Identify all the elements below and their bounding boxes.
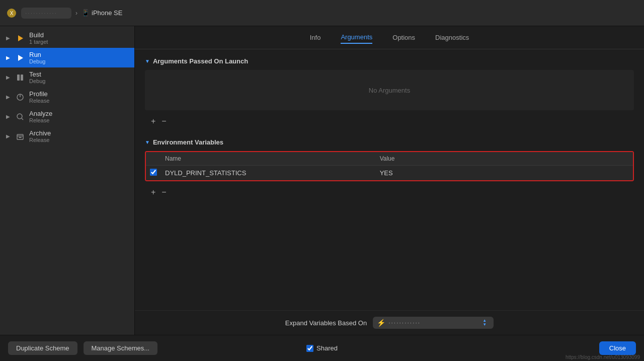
- sidebar-sub-analyze: Release: [29, 117, 52, 123]
- svg-point-8: [17, 114, 22, 119]
- sidebar-arrow-analyze: ▶: [6, 114, 11, 119]
- env-row-value-0: YES: [374, 166, 633, 181]
- svg-marker-2: [18, 35, 23, 41]
- sidebar-icon-run: [15, 53, 25, 63]
- sidebar: ▶ Build 1 target ▶ Run Debug ▶ Test Debu…: [0, 26, 135, 335]
- duplicate-scheme-button[interactable]: Duplicate Scheme: [8, 341, 77, 355]
- breadcrumb-chevron: ›: [75, 10, 77, 17]
- env-section-title: Environment Variables: [153, 138, 223, 146]
- svg-text:X: X: [10, 11, 14, 16]
- sidebar-arrow-test: ▶: [6, 75, 11, 80]
- sidebar-icon-profile: [15, 92, 25, 102]
- svg-rect-4: [17, 75, 20, 81]
- sidebar-label-archive: Archive: [29, 129, 51, 137]
- watermark: https://blog.csdn.net/u013093099: [566, 354, 640, 360]
- sidebar-sub-test: Debug: [29, 78, 45, 84]
- tab-diagnostics[interactable]: Diagnostics: [435, 32, 469, 43]
- sidebar-item-test[interactable]: ▶ Test Debug: [0, 67, 134, 87]
- sidebar-sub-run: Debug: [29, 58, 45, 64]
- env-section-header: ▼ Environment Variables: [145, 138, 634, 146]
- tab-options[interactable]: Options: [392, 32, 415, 43]
- scheme-text: ············: [25, 10, 57, 17]
- sidebar-item-build[interactable]: ▶ Build 1 target: [0, 28, 134, 48]
- env-row-name-0: DYLD_PRINT_STATISTICS: [159, 166, 374, 181]
- arguments-collapse-triangle[interactable]: ▼: [145, 58, 150, 64]
- expand-vars-bar: Expand Variables Based On ⚡ ············…: [135, 310, 644, 335]
- svg-rect-5: [21, 75, 23, 81]
- no-arguments-area: No Arguments: [145, 70, 634, 110]
- env-row-checkbox-cell-0[interactable]: [146, 166, 159, 181]
- sidebar-label-build: Build: [29, 31, 48, 39]
- no-arguments-text: No Arguments: [369, 87, 410, 94]
- sidebar-item-run[interactable]: ▶ Run Debug: [0, 48, 134, 67]
- env-table-row: DYLD_PRINT_STATISTICS YES: [146, 166, 633, 181]
- svg-rect-12: [19, 137, 22, 138]
- env-col-enabled: [146, 152, 159, 166]
- expand-dropdown-scheme-icon: ⚡: [377, 319, 385, 327]
- arguments-add-remove-bar: + −: [145, 114, 634, 128]
- env-add-remove-bar: + −: [145, 185, 634, 199]
- env-remove-button[interactable]: −: [159, 187, 168, 197]
- sidebar-arrow-profile: ▶: [6, 94, 11, 100]
- tab-info[interactable]: Info: [310, 32, 321, 43]
- env-collapse-triangle[interactable]: ▼: [145, 139, 150, 145]
- sidebar-item-profile[interactable]: ▶ Profile Release: [0, 87, 134, 107]
- sidebar-arrow-archive: ▶: [6, 133, 11, 139]
- svg-marker-3: [18, 55, 23, 61]
- expand-vars-dropdown[interactable]: ⚡ ············ ▲ ▼: [373, 317, 494, 329]
- scheme-selector[interactable]: ············: [21, 8, 71, 19]
- content-panel: InfoArgumentsOptionsDiagnostics ▼ Argume…: [135, 26, 644, 335]
- sidebar-label-profile: Profile: [29, 90, 49, 98]
- sidebar-sub-build: 1 target: [29, 39, 48, 45]
- arguments-section: ▼ Arguments Passed On Launch No Argument…: [145, 57, 634, 128]
- sidebar-item-archive[interactable]: ▶ Archive Release: [0, 126, 134, 146]
- sidebar-label-test: Test: [29, 70, 45, 78]
- bottombar: Duplicate Scheme Manage Schemes... Share…: [0, 335, 644, 361]
- env-table: Name Value DYLD_PRINT_STATISTICS YES: [146, 152, 633, 180]
- env-add-button[interactable]: +: [149, 187, 157, 197]
- panel-content: ▼ Arguments Passed On Launch No Argument…: [135, 49, 644, 310]
- shared-checkbox[interactable]: [306, 345, 313, 352]
- sidebar-arrow-build: ▶: [6, 35, 11, 41]
- sidebar-icon-test: [15, 73, 25, 83]
- env-row-checkbox-0[interactable]: [150, 169, 157, 176]
- env-col-value: Value: [374, 152, 633, 166]
- arguments-section-header: ▼ Arguments Passed On Launch: [145, 57, 634, 65]
- arguments-add-button[interactable]: +: [149, 116, 157, 126]
- main-area: ▶ Build 1 target ▶ Run Debug ▶ Test Debu…: [0, 26, 644, 335]
- sidebar-icon-archive: [15, 131, 25, 141]
- sidebar-label-run: Run: [29, 51, 45, 58]
- arguments-section-title: Arguments Passed On Launch: [153, 57, 248, 65]
- xcode-icon: X: [6, 8, 17, 19]
- shared-area: Shared: [306, 344, 338, 352]
- sidebar-sub-profile: Release: [29, 98, 49, 104]
- device-icon: 📱: [82, 9, 90, 17]
- env-col-name: Name: [159, 152, 374, 166]
- sidebar-icon-build: [15, 33, 25, 43]
- device-name: iPhone SE: [92, 9, 122, 17]
- tab-arguments[interactable]: Arguments: [341, 31, 372, 44]
- env-table-wrapper: Name Value DYLD_PRINT_STATISTICS YES: [145, 151, 634, 181]
- svg-line-9: [22, 118, 23, 120]
- manage-schemes-button[interactable]: Manage Schemes...: [84, 341, 158, 355]
- sidebar-label-analyze: Analyze: [29, 110, 52, 117]
- sidebar-item-analyze[interactable]: ▶ Analyze Release: [0, 107, 134, 126]
- titlebar: X ············ › 📱 iPhone SE: [0, 0, 644, 26]
- env-section: ▼ Environment Variables Name Value: [145, 138, 634, 199]
- shared-label: Shared: [316, 344, 338, 352]
- sidebar-sub-archive: Release: [29, 137, 51, 143]
- close-button[interactable]: Close: [599, 341, 636, 355]
- sidebar-arrow-run: ▶: [6, 55, 11, 60]
- expand-dropdown-text: ············: [388, 319, 476, 326]
- device-selector[interactable]: 📱 iPhone SE: [82, 9, 122, 17]
- expand-vars-label: Expand Variables Based On: [285, 319, 367, 327]
- expand-stepper[interactable]: ▲ ▼: [479, 319, 490, 327]
- tabbar: InfoArgumentsOptionsDiagnostics: [135, 26, 644, 49]
- arguments-remove-button[interactable]: −: [159, 116, 168, 126]
- sidebar-icon-analyze: [15, 112, 25, 122]
